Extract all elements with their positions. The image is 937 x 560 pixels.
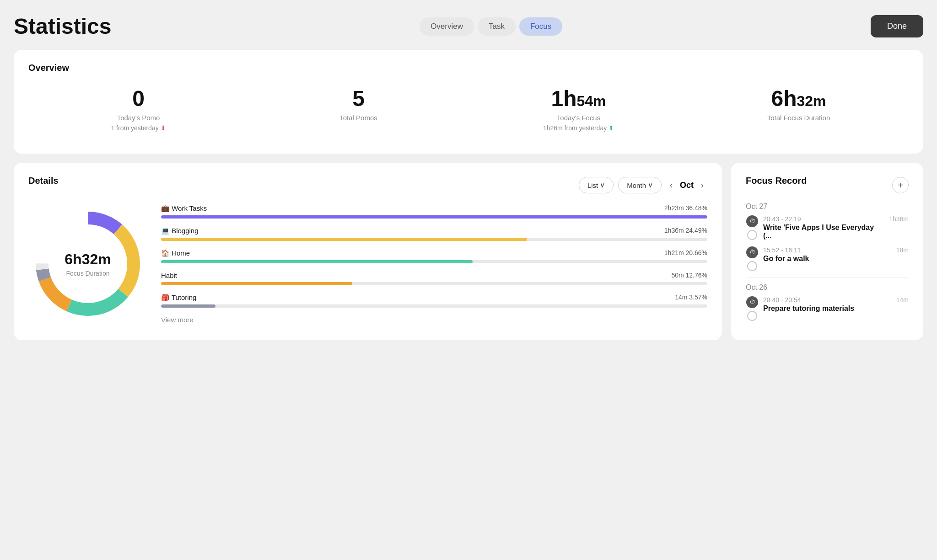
stat-today-pomo-label: Today's Pomo — [28, 114, 248, 122]
bar-fill-blogging — [161, 238, 527, 241]
bar-track-tutoring — [161, 304, 707, 308]
focus-duration-1: 18m — [896, 246, 909, 254]
focus-time-range-0: 20:43 - 22:19 — [763, 215, 884, 223]
bar-label-tutoring: 🎒 Tutoring — [161, 293, 196, 302]
task-circle-icon — [747, 261, 757, 271]
list-dropdown-button[interactable]: List ∨ — [579, 177, 614, 193]
bar-track-work-tasks — [161, 215, 707, 219]
focus-record-title: Focus Record — [746, 176, 807, 186]
bar-item-work-tasks: 💼 Work Tasks 2h23m 36.48% — [161, 204, 707, 219]
tab-group: Overview Task Focus — [420, 17, 562, 36]
tab-overview[interactable]: Overview — [420, 17, 474, 36]
bar-item-habit: Habit 50m 12.76% — [161, 272, 707, 285]
stat-total-pomos-value: 5 — [248, 87, 468, 111]
donut-sublabel: Focus Duration — [65, 270, 111, 277]
record-divider — [746, 277, 909, 278]
add-focus-button[interactable]: + — [892, 177, 909, 193]
bar-label-home: 🏠 Home — [161, 249, 190, 257]
focus-time-range-1: 15:52 - 16:11 — [763, 246, 892, 254]
chevron-down-icon: ∨ — [648, 181, 653, 189]
bar-track-habit — [161, 282, 707, 285]
bar-stat-blogging: 1h36m 24.49% — [664, 227, 707, 235]
focus-task-name-1: Go for a walk — [763, 255, 892, 263]
bar-item-home: 🏠 Home 1h21m 20.66% — [161, 249, 707, 263]
prev-month-button[interactable]: ‹ — [666, 179, 676, 192]
overview-title: Overview — [28, 63, 909, 73]
details-body: 6h32m Focus Duration 💼 Work Tasks 2h23m … — [28, 204, 707, 324]
stat-today-focus-change: 1h26m from yesterday ⬆ — [468, 124, 689, 132]
stat-total-focus: 6h32m Total Focus Duration — [689, 87, 909, 132]
bar-header-habit: Habit 50m 12.76% — [161, 272, 707, 279]
focus-entry-details-2: 20:40 - 20:54 Prepare tutoring materials — [763, 296, 892, 313]
stat-total-pomos: 5 Total Pomos — [248, 87, 468, 132]
focus-duration-2: 14m — [896, 296, 909, 304]
focus-entry-0: ⏱ 20:43 - 22:19 Write 'Five Apps I Use E… — [746, 215, 909, 240]
bar-fill-tutoring — [161, 304, 215, 308]
date-group-oct26: Oct 26 — [746, 283, 909, 292]
date-group-oct27: Oct 27 — [746, 203, 909, 211]
stats-row: 0 Today's Pomo 1 from yesterday ⬇ 5 Tota… — [28, 82, 909, 141]
focus-time-range-2: 20:40 - 20:54 — [763, 296, 892, 304]
bar-item-tutoring: 🎒 Tutoring 14m 3.57% — [161, 293, 707, 308]
donut-value: 6h32m — [65, 251, 111, 268]
stat-today-pomo-change: 1 from yesterday ⬇ — [28, 124, 248, 132]
donut-center: 6h32m Focus Duration — [65, 251, 111, 277]
task-circle-icon — [747, 311, 757, 321]
donut-chart: 6h32m Focus Duration — [28, 204, 147, 323]
bar-header-work-tasks: 💼 Work Tasks 2h23m 36.48% — [161, 204, 707, 213]
bar-label-blogging: 💻 Blogging — [161, 227, 199, 235]
bar-item-blogging: 💻 Blogging 1h36m 24.49% — [161, 227, 707, 241]
stat-today-focus-label: Today's Focus — [468, 114, 689, 122]
view-more-link[interactable]: View more — [161, 316, 707, 324]
up-arrow-icon: ⬆ — [609, 124, 614, 132]
bar-fill-habit — [161, 282, 352, 285]
bar-stat-home: 1h21m 20.66% — [664, 249, 707, 257]
page-title: Statistics — [14, 14, 111, 39]
focus-timer-icon-0: ⏱ — [746, 215, 759, 240]
month-navigator: ‹ Oct › — [666, 179, 707, 192]
stopwatch-icon: ⏱ — [746, 246, 758, 258]
task-circle-icon — [747, 230, 757, 240]
focus-record-header: Focus Record + — [746, 176, 909, 195]
bar-fill-work-tasks — [161, 215, 707, 219]
done-button[interactable]: Done — [871, 15, 923, 37]
bar-label-work-tasks: 💼 Work Tasks — [161, 204, 207, 213]
tab-focus[interactable]: Focus — [519, 17, 562, 36]
bar-header-tutoring: 🎒 Tutoring 14m 3.57% — [161, 293, 707, 302]
bar-header-blogging: 💻 Blogging 1h36m 24.49% — [161, 227, 707, 235]
details-controls: List ∨ Month ∨ ‹ Oct › — [579, 177, 707, 193]
stat-today-focus: 1h54m Today's Focus 1h26m from yesterday… — [468, 87, 689, 132]
focus-timer-icon-2: ⏱ — [746, 296, 759, 321]
next-month-button[interactable]: › — [697, 179, 707, 192]
bar-stat-tutoring: 14m 3.57% — [675, 293, 707, 302]
bar-stat-habit: 50m 12.76% — [671, 272, 707, 279]
focus-task-name-2: Prepare tutoring materials — [763, 304, 892, 313]
focus-task-name-0: Write 'Five Apps I Use Everyday (... — [763, 224, 884, 240]
down-arrow-icon: ⬇ — [161, 124, 166, 132]
focus-entry-details-0: 20:43 - 22:19 Write 'Five Apps I Use Eve… — [763, 215, 884, 240]
bottom-row: Details List ∨ Month ∨ ‹ Oct › — [14, 163, 923, 349]
focus-entry-1: ⏱ 15:52 - 16:11 Go for a walk 18m — [746, 246, 909, 271]
bar-label-habit: Habit — [161, 272, 177, 279]
chevron-down-icon: ∨ — [600, 181, 605, 189]
stat-today-pomo: 0 Today's Pomo 1 from yesterday ⬇ — [28, 87, 248, 132]
month-dropdown-button[interactable]: Month ∨ — [618, 177, 662, 193]
stat-total-pomos-label: Total Pomos — [248, 114, 468, 122]
stopwatch-icon: ⏱ — [746, 215, 758, 227]
focus-duration-0: 1h36m — [889, 215, 909, 223]
bar-stat-work-tasks: 2h23m 36.48% — [664, 204, 707, 213]
tab-task[interactable]: Task — [478, 17, 516, 36]
current-month-label: Oct — [680, 181, 694, 190]
stat-total-focus-label: Total Focus Duration — [689, 114, 909, 122]
stopwatch-icon: ⏱ — [746, 296, 758, 308]
focus-entry-2: ⏱ 20:40 - 20:54 Prepare tutoring materia… — [746, 296, 909, 321]
details-card: Details List ∨ Month ∨ ‹ Oct › — [14, 163, 722, 340]
bar-track-blogging — [161, 238, 707, 241]
focus-entry-details-1: 15:52 - 16:11 Go for a walk — [763, 246, 892, 263]
stat-today-focus-value: 1h54m — [468, 87, 689, 111]
bar-header-home: 🏠 Home 1h21m 20.66% — [161, 249, 707, 257]
details-title: Details — [28, 176, 59, 186]
bar-fill-home — [161, 260, 473, 263]
details-header: Details List ∨ Month ∨ ‹ Oct › — [28, 176, 707, 195]
stat-total-focus-value: 6h32m — [689, 87, 909, 111]
